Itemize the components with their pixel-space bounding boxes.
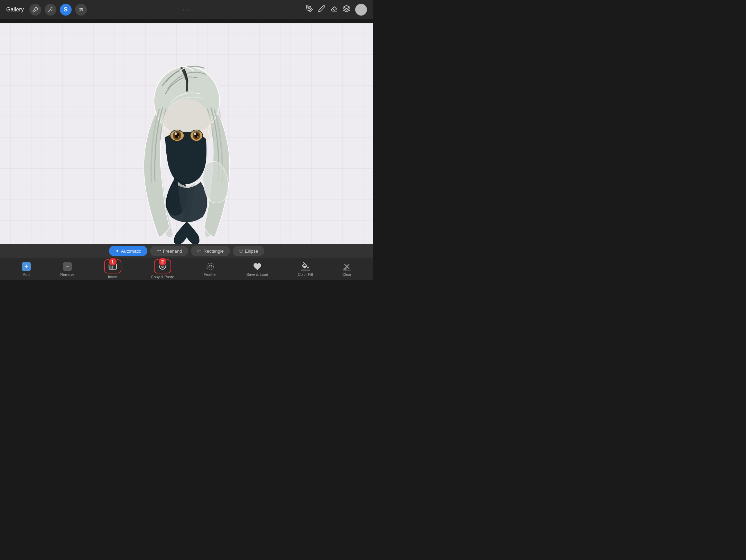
canvas-area[interactable] — [0, 23, 373, 248]
clear-label: Clear — [342, 272, 351, 277]
rectangle-selection-button[interactable]: ▭ Rectangle — [191, 246, 230, 256]
rectangle-label: Rectangle — [203, 249, 224, 254]
wrench-icon-button[interactable] — [29, 4, 41, 16]
pen-tool-button[interactable] — [318, 5, 325, 14]
selection-mode-button[interactable]: S — [60, 4, 72, 16]
svg-point-13 — [194, 133, 196, 135]
svg-point-21 — [207, 263, 214, 270]
layers-icon — [343, 5, 350, 12]
top-bar-center: ··· — [183, 6, 191, 13]
svg-point-8 — [175, 132, 177, 135]
color-fill-icon — [301, 262, 310, 271]
magic-icon-button[interactable] — [45, 4, 56, 16]
action-bar: + Add − Remove 1 Invert 2 — [0, 258, 373, 280]
svg-point-14 — [197, 136, 199, 138]
copy-paste-highlight-box: 2 — [154, 259, 171, 273]
svg-point-1 — [308, 8, 310, 9]
invert-highlight-box: 1 — [104, 259, 121, 273]
eraser-icon — [330, 5, 338, 12]
remove-icon: − — [63, 262, 72, 271]
clear-icon — [342, 262, 351, 271]
brush-icon — [305, 5, 313, 12]
pen-icon — [318, 5, 325, 12]
color-fill-label: Color Fill — [298, 272, 313, 277]
svg-line-0 — [80, 8, 82, 11]
remove-label: Remove — [60, 272, 74, 277]
freehand-selection-button[interactable]: 〜 Freehand — [150, 246, 188, 256]
arrow-icon — [78, 7, 84, 13]
top-toolbar: Gallery S ··· — [0, 0, 373, 19]
clear-button[interactable]: Clear — [342, 262, 351, 277]
anime-character-svg — [114, 34, 259, 248]
save-load-icon — [253, 262, 262, 271]
magic-wand-icon — [47, 7, 54, 13]
top-bar-left: Gallery S — [6, 4, 87, 16]
layers-button[interactable] — [343, 5, 350, 14]
freehand-icon: 〜 — [156, 248, 161, 254]
gallery-button[interactable]: Gallery — [6, 7, 24, 13]
automatic-selection-button[interactable]: ✦ Automatic — [109, 246, 147, 256]
automatic-label: Automatic — [121, 249, 141, 254]
brush-tool-button[interactable] — [305, 5, 313, 14]
svg-point-9 — [178, 136, 179, 138]
copy-paste-badge: 2 — [158, 257, 167, 266]
wrench-icon — [32, 7, 38, 13]
bottom-toolbar: ✦ Automatic 〜 Freehand ▭ Rectangle ⬭ Ell… — [0, 244, 373, 280]
feather-button[interactable]: Feather — [204, 262, 217, 277]
add-icon: + — [22, 262, 31, 271]
feather-label: Feather — [204, 272, 217, 277]
save-load-label: Save & Load — [246, 272, 268, 277]
top-bar-right — [305, 4, 367, 16]
ellipse-selection-button[interactable]: ⬭ Ellipse — [233, 246, 264, 256]
invert-button[interactable]: 1 Invert — [104, 259, 121, 279]
rectangle-icon: ▭ — [197, 248, 202, 254]
invert-label: Invert — [108, 275, 118, 279]
selection-s-label: S — [64, 6, 67, 13]
automatic-icon: ✦ — [115, 248, 119, 254]
ellipse-label: Ellipse — [245, 249, 258, 254]
save-load-button[interactable]: Save & Load — [246, 262, 268, 277]
copy-paste-label: Copy & Paste — [151, 275, 174, 279]
more-options-button[interactable]: ··· — [183, 6, 191, 13]
add-button[interactable]: + Add — [22, 262, 31, 277]
arrow-icon-button[interactable] — [75, 4, 87, 16]
freehand-label: Freehand — [163, 249, 182, 254]
eraser-tool-button[interactable] — [330, 5, 338, 14]
invert-badge: 1 — [108, 257, 117, 266]
avatar[interactable] — [355, 4, 367, 16]
color-fill-button[interactable]: Color Fill — [298, 262, 313, 277]
character-illustration — [114, 34, 259, 248]
svg-marker-2 — [343, 6, 350, 9]
copy-paste-button[interactable]: 2 Copy & Paste — [151, 259, 174, 279]
toolbar-divider — [0, 19, 373, 23]
feather-icon — [206, 262, 215, 271]
add-label: Add — [23, 272, 30, 277]
ellipse-icon: ⬭ — [239, 248, 243, 254]
svg-point-22 — [209, 265, 212, 268]
remove-button[interactable]: − Remove — [60, 262, 74, 277]
selection-type-bar: ✦ Automatic 〜 Freehand ▭ Rectangle ⬭ Ell… — [0, 244, 373, 258]
